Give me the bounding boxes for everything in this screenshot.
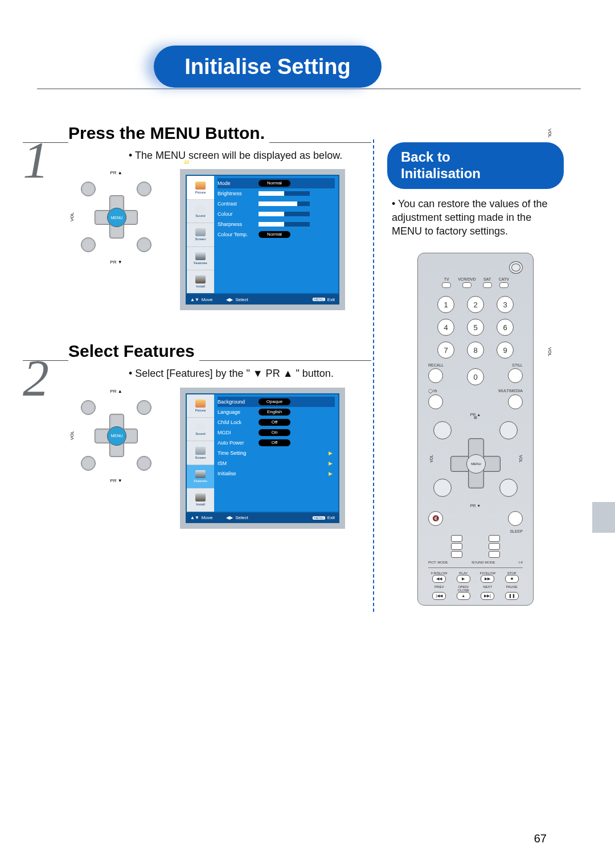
osd-row-label: Time Setting (218, 450, 259, 456)
osd-row-label: ISM (218, 460, 259, 466)
sleep-label: SLEEP (510, 529, 523, 533)
osd-row-value-pill: Normal (259, 180, 290, 187)
osd-tabs: Picture Sound Screen Features Install (187, 176, 214, 293)
navpad-screen-size (137, 237, 151, 252)
features-tab-icon (195, 470, 206, 478)
sound-tab-icon (195, 205, 206, 213)
osd-row-label: MGDI (218, 430, 259, 435)
osd-footer-exit: MENUExit (313, 515, 335, 520)
vertical-divider (373, 139, 374, 612)
navpad-label-pr-down: PR ▼ (110, 478, 122, 483)
updown-icon: ▲▼ (190, 297, 199, 302)
osd-row-value-pill: Off (259, 439, 290, 446)
osd2-content: BackgroundOpaqueLanguageEnglishChild Loc… (214, 394, 338, 512)
navpad-label-pr-up: PR ▲ (110, 170, 122, 175)
osd-row-label: Child Lock (218, 419, 259, 425)
leftright-icon: ◀▶ (226, 515, 233, 520)
num-9-button: 9 (497, 342, 514, 359)
navpad-label-vol-left: VOL (69, 212, 75, 221)
step-1: 1 Press the MENU Button. The MENU screen… (23, 142, 371, 310)
step-1-number: 1 (23, 134, 49, 186)
text-btn-5 (451, 551, 462, 558)
dpad-label-vol-left: VOL (429, 455, 433, 463)
osd-footer-exit: MENUExit (313, 297, 335, 302)
osd-row-value-pill: On (259, 429, 290, 436)
updown-icon: ▲▼ (190, 515, 199, 520)
navpad-label-pr-up: PR ▲ (110, 389, 122, 394)
text-btn-4 (489, 543, 500, 550)
osd-row: Initialise▶ (218, 468, 335, 479)
osd-row-label: Colour Temp. (218, 232, 259, 237)
osd-row: Colour Temp.Normal (218, 229, 335, 240)
sound-mode-label: SOUND MODE (472, 561, 495, 564)
transport-button: ❚❚ (505, 592, 519, 600)
text-btn-2 (489, 535, 500, 542)
navpad-illustration-2: PR ▲ PR ▼ VOL VOL MENU (74, 393, 158, 478)
dpad-zoom-minus (433, 421, 452, 439)
osd-row-bar (259, 191, 310, 196)
navpad-screen-size (137, 456, 151, 471)
step-2-heading: Select Features (68, 342, 199, 361)
picture-tab-icon (195, 400, 206, 408)
navpad-label-pr-down: PR ▼ (110, 260, 122, 265)
num-3-button: 3 (497, 296, 514, 313)
picture-tab-icon (195, 182, 206, 190)
mute-button: 🔇 (428, 511, 443, 526)
osd-tab-features: Features (187, 247, 214, 270)
pr-down-label: PR ▼ (470, 504, 481, 508)
osd-row-label: Brightness (218, 191, 259, 196)
transport-label: PAUSE (501, 585, 523, 592)
osd-tab-sound: Sound (187, 200, 214, 223)
osd-tab-install: Install (187, 270, 214, 293)
num-5-button: 5 (467, 319, 484, 336)
osd1-content: ModeNormalBrightness32Contrast48Colour32… (214, 176, 338, 293)
osd-tab-picture: Picture (187, 176, 214, 199)
transport-button: ▶▶| (481, 592, 494, 600)
screen-tab-icon (195, 228, 206, 236)
leftright-icon: ◀▶ (226, 297, 233, 302)
osd-footer-move: ▲▼Move (190, 297, 212, 302)
osd-picture-menu: Picture Sound Screen Features Install Mo… (180, 169, 345, 310)
transport-button: ▶▶ (481, 575, 494, 583)
navpad-center-menu: MENU (107, 426, 126, 446)
mode-source-item: SAT (483, 277, 492, 288)
osd-tab-features-selected: Features (187, 465, 214, 488)
osd-row: Auto PowerOff (218, 438, 335, 448)
navpad-zoom-minus (81, 182, 96, 196)
dpad-label-vol-right: VOL (519, 455, 523, 463)
transport-label: OPEN/ CLOSE (453, 585, 475, 592)
step-1-desc: The MENU screen will be displayed as bel… (129, 149, 371, 162)
recall-label: RECALL (428, 363, 444, 367)
remote-numpad: 123456789 (437, 296, 514, 359)
power-button-icon (509, 261, 523, 274)
screen-tab-icon (195, 447, 206, 455)
remote-hr (428, 567, 523, 568)
osd-row-label: Colour (218, 211, 259, 217)
osd-row: BackgroundOpaque (218, 397, 335, 407)
install-tab-icon (195, 275, 206, 283)
step-2-number: 2 (23, 352, 49, 404)
back-title-line2: Initialisation (401, 166, 481, 181)
osd-row-label: Initialise (218, 471, 259, 476)
dpad-screen-size (499, 479, 518, 497)
num-8-button: 8 (467, 342, 484, 359)
navpad-prev-pr (81, 456, 96, 471)
osd-row-bar (259, 201, 310, 206)
install-tab-icon (195, 493, 206, 501)
mode-source-item: TV (442, 277, 451, 288)
navpad-zoom-plus (137, 400, 151, 415)
multimedia-button (508, 394, 523, 409)
osd-row-bar (259, 222, 310, 227)
osd-row-value-pill: Normal (259, 231, 290, 238)
step-2: 2 Select Features Select [Features] by t… (23, 360, 371, 528)
osd-tabs: Picture Sound Screen Features Install (187, 394, 214, 512)
osd-tab-picture: Picture (187, 394, 214, 418)
navpad-zoom-plus (137, 182, 151, 196)
navpad-prev-pr (81, 237, 96, 252)
osd-footer-select: ◀▶Select (226, 297, 248, 302)
back-to-initialisation-desc: You can restore the values of the adjust… (387, 197, 564, 238)
transport-bottom-labels: PREVOPEN/ CLOSENEXTPAUSE (428, 585, 523, 592)
title-rule (37, 88, 581, 89)
mode-source-item: VCR/DVD (458, 277, 476, 288)
osd-row-label: Auto Power (218, 440, 259, 446)
